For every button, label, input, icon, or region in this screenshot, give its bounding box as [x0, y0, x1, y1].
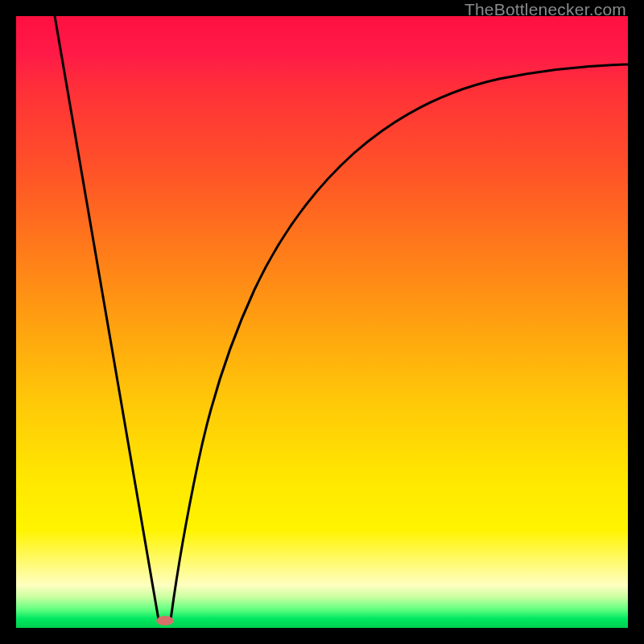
- plot-area: [16, 16, 628, 628]
- curve-layer: [16, 16, 628, 628]
- curve-right-branch: [171, 64, 628, 620]
- watermark-text: TheBottlenecker.com: [464, 0, 626, 19]
- bottleneck-marker: [156, 616, 174, 625]
- curve-left-branch: [55, 16, 159, 620]
- chart-frame: TheBottlenecker.com: [0, 0, 644, 644]
